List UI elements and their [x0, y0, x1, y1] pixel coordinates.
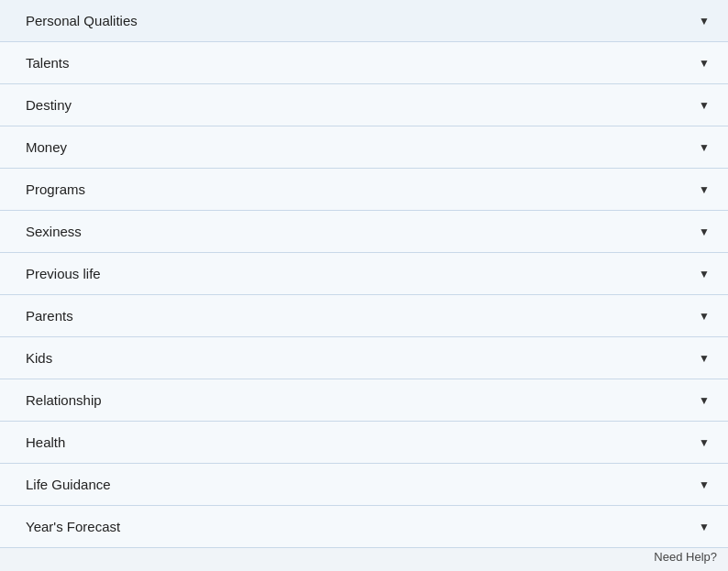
chevron-down-icon: ▼	[699, 521, 710, 533]
chevron-down-icon: ▼	[699, 394, 710, 407]
chevron-down-icon: ▼	[699, 15, 710, 27]
chevron-down-icon: ▼	[699, 352, 710, 365]
accordion-label-destiny: Destiny	[26, 97, 72, 113]
chevron-down-icon: ▼	[699, 436, 710, 449]
chevron-down-icon: ▼	[699, 57, 710, 70]
chevron-down-icon: ▼	[699, 225, 710, 238]
accordion-header-talents[interactable]: Talents▼	[0, 42, 728, 83]
accordion-label-talents: Talents	[26, 55, 70, 71]
accordion-item-parents: Parents▼	[0, 295, 728, 337]
accordion-item-personal-qualities: Personal Qualities▼	[0, 0, 728, 42]
accordion-header-kids[interactable]: Kids▼	[0, 337, 728, 379]
accordion-item-kids: Kids▼	[0, 337, 728, 379]
chevron-down-icon: ▼	[699, 99, 710, 112]
help-text[interactable]: Need Help?	[654, 550, 717, 564]
accordion-list: Personal Qualities▼Talents▼Destiny▼Money…	[0, 0, 728, 548]
accordion-item-destiny: Destiny▼	[0, 84, 728, 126]
accordion-label-money: Money	[26, 139, 67, 155]
accordion-item-years-forecast: Year's Forecast▼	[0, 506, 728, 548]
accordion-item-money: Money▼	[0, 126, 728, 169]
chevron-down-icon: ▼	[699, 183, 710, 196]
accordion-header-sexiness[interactable]: Sexiness▼	[0, 211, 728, 252]
accordion-label-health: Health	[26, 434, 65, 450]
chevron-down-icon: ▼	[699, 310, 710, 323]
chevron-down-icon: ▼	[699, 141, 710, 154]
accordion-item-talents: Talents▼	[0, 42, 728, 84]
accordion-header-parents[interactable]: Parents▼	[0, 295, 728, 336]
accordion-item-previous-life: Previous life▼	[0, 253, 728, 295]
accordion-item-health: Health▼	[0, 422, 728, 464]
accordion-header-years-forecast[interactable]: Year's Forecast▼	[0, 506, 728, 547]
accordion-item-programs: Programs▼	[0, 169, 728, 211]
chevron-down-icon: ▼	[699, 478, 710, 491]
accordion-item-sexiness: Sexiness▼	[0, 211, 728, 253]
accordion-header-previous-life[interactable]: Previous life▼	[0, 253, 728, 294]
accordion-header-programs[interactable]: Programs▼	[0, 169, 728, 210]
accordion-header-health[interactable]: Health▼	[0, 422, 728, 463]
accordion-item-life-guidance: Life Guidance▼	[0, 464, 728, 506]
accordion-label-life-guidance: Life Guidance	[26, 477, 111, 492]
accordion-header-destiny[interactable]: Destiny▼	[0, 84, 728, 126]
accordion-label-previous-life: Previous life	[26, 266, 101, 281]
accordion-header-money[interactable]: Money▼	[0, 126, 728, 168]
accordion-label-parents: Parents	[26, 308, 73, 324]
accordion-header-relationship[interactable]: Relationship▼	[0, 379, 728, 421]
accordion-label-relationship: Relationship	[26, 392, 102, 408]
chevron-down-icon: ▼	[699, 268, 710, 280]
accordion-label-sexiness: Sexiness	[26, 224, 82, 239]
accordion-label-kids: Kids	[26, 350, 52, 366]
accordion-label-programs: Programs	[26, 181, 85, 197]
accordion-label-personal-qualities: Personal Qualities	[26, 13, 138, 28]
accordion-header-life-guidance[interactable]: Life Guidance▼	[0, 464, 728, 505]
accordion-item-relationship: Relationship▼	[0, 379, 728, 422]
accordion-header-personal-qualities[interactable]: Personal Qualities▼	[0, 0, 728, 41]
accordion-label-years-forecast: Year's Forecast	[26, 519, 120, 534]
